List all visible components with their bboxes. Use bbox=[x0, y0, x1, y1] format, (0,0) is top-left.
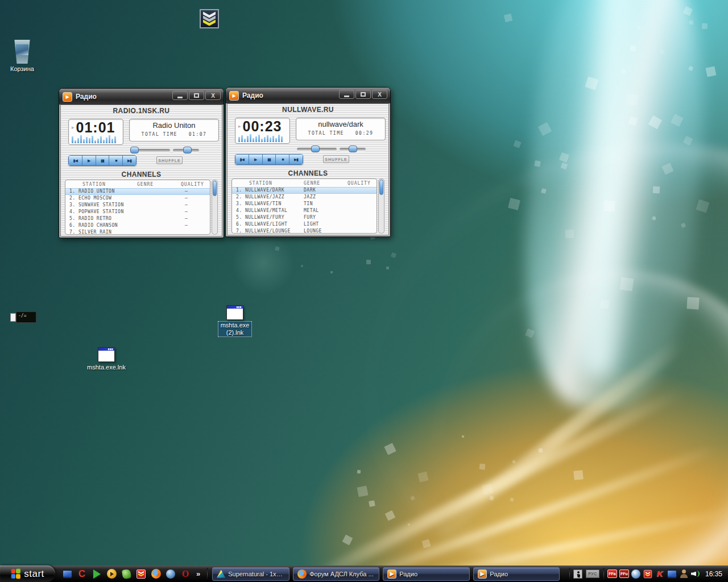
transport-controls: ▮◀ ▶ ▮▮ ■ ▶▮ bbox=[235, 154, 303, 165]
next-button[interactable]: ▶▮ bbox=[289, 155, 303, 164]
messenger-globe-tray-icon[interactable] bbox=[631, 569, 641, 579]
taskbar-button-radio-1[interactable]: ▶ Радио bbox=[383, 567, 470, 581]
firefox-icon[interactable] bbox=[150, 568, 162, 580]
shuffle-button[interactable]: SHUFFLE bbox=[156, 156, 183, 164]
download-master-glyph bbox=[200, 9, 219, 28]
channel-scrollbar[interactable] bbox=[378, 178, 384, 234]
channel-row[interactable]: 2. NULLWAVE/JAZZJAZZ bbox=[232, 194, 377, 201]
taskbar-clock[interactable]: 16:35 bbox=[705, 570, 728, 578]
shuffle-button[interactable]: SHUFFLE bbox=[323, 155, 349, 163]
scrollbar-thumb[interactable] bbox=[213, 181, 217, 196]
volume-tray-icon[interactable] bbox=[691, 569, 701, 579]
kaspersky-tray-icon[interactable]: K bbox=[655, 569, 665, 579]
channel-row[interactable]: 6. NULLWAVE/LIGHTLIGHT bbox=[232, 221, 377, 228]
firefox-icon bbox=[297, 569, 307, 579]
time-display: ▸ 01:01 bbox=[68, 119, 123, 145]
channel-row[interactable]: 5. RADIO RETRO– bbox=[65, 215, 210, 222]
close-icon: X bbox=[378, 92, 382, 98]
system-tray: РУС FFa FFu K bbox=[571, 568, 705, 580]
media-play-icon[interactable] bbox=[90, 568, 103, 580]
volume-slider[interactable] bbox=[173, 149, 199, 152]
titlebar[interactable]: ▶ Радио X bbox=[226, 88, 390, 103]
stop-button[interactable]: ■ bbox=[109, 156, 122, 165]
window-body: NULLWAVE.RU ▸ 00:23 nullwave/dark TOTAL … bbox=[227, 103, 389, 235]
minimize-icon bbox=[177, 97, 183, 98]
start-label: start bbox=[24, 568, 44, 580]
show-desktop-icon[interactable] bbox=[61, 568, 73, 580]
app-c-icon[interactable]: C bbox=[76, 568, 88, 580]
download-master-icon[interactable] bbox=[135, 568, 147, 580]
play-button[interactable]: ▶ bbox=[249, 155, 262, 164]
mshta2-shortcut-icon[interactable]: mshta.exe (2).lnk bbox=[218, 305, 251, 336]
window-body: RADIO.1NSK.RU ▸ 01:01 Radio Uniton TOTAL… bbox=[60, 105, 222, 236]
opera-icon[interactable]: O bbox=[179, 568, 192, 580]
recycle-bin-label: Корзина bbox=[9, 65, 35, 73]
channel-scrollbar[interactable] bbox=[212, 180, 218, 235]
progress-thumb[interactable] bbox=[130, 147, 139, 153]
previous-button[interactable]: ▮◀ bbox=[69, 156, 82, 165]
display-tray-icon[interactable] bbox=[667, 569, 677, 579]
counter-strike-tray-icon[interactable] bbox=[573, 569, 583, 579]
close-button[interactable]: X bbox=[205, 91, 221, 100]
track-name: nullwave/dark bbox=[296, 120, 385, 128]
play-button[interactable]: ▶ bbox=[82, 156, 96, 165]
maximize-button[interactable] bbox=[189, 91, 204, 100]
minimize-button[interactable] bbox=[172, 91, 188, 100]
next-button[interactable]: ▶▮ bbox=[122, 156, 136, 165]
channel-row[interactable]: 3. SUNWAVE STATION– bbox=[65, 202, 210, 209]
user-tray-icon[interactable] bbox=[679, 569, 689, 579]
green-app-icon[interactable] bbox=[120, 568, 133, 580]
elapsed-time: 00:23 bbox=[243, 119, 282, 133]
console-window[interactable]: -/= bbox=[10, 311, 36, 323]
volume-slider[interactable] bbox=[340, 148, 366, 151]
channel-row[interactable]: 2. ECHO MOSCOW– bbox=[65, 195, 210, 202]
globe-icon[interactable] bbox=[164, 568, 177, 580]
channel-row[interactable]: 3. NULLWAVE/TINTIN bbox=[232, 201, 377, 207]
progress-slider[interactable] bbox=[297, 148, 337, 151]
channel-list: STATION GENRE QUALITY 1. RADIO UNITON– 2… bbox=[65, 180, 210, 235]
recycle-bin-glyph bbox=[13, 40, 32, 64]
channel-row[interactable]: 5. NULLWAVE/FURYFURY bbox=[232, 214, 377, 221]
progress-slider[interactable] bbox=[130, 149, 170, 152]
mshta1-shortcut-icon[interactable]: mshta.exe.lnk bbox=[84, 347, 129, 371]
recycle-bin-icon[interactable]: Корзина bbox=[5, 40, 40, 73]
previous-button[interactable]: ▮◀ bbox=[235, 155, 249, 164]
gold-app-icon[interactable] bbox=[105, 568, 118, 580]
volume-thumb[interactable] bbox=[349, 146, 357, 152]
progress-thumb[interactable] bbox=[311, 146, 320, 152]
start-button[interactable]: start bbox=[0, 566, 55, 582]
taskbar-button-supernatural[interactable]: Supernatural - 1x18 -... bbox=[212, 567, 289, 581]
language-indicator[interactable]: РУС bbox=[585, 569, 600, 579]
mshta1-label: mshta.exe.lnk bbox=[86, 364, 127, 371]
player-section: ▸ 01:01 Radio Uniton TOTAL TIME 01:07 bbox=[61, 115, 222, 169]
pause-button[interactable]: ▮▮ bbox=[262, 155, 276, 164]
download-master-tray-icon[interactable] bbox=[643, 569, 653, 579]
scrollbar-thumb[interactable] bbox=[379, 180, 383, 195]
stop-button[interactable]: ■ bbox=[275, 155, 289, 164]
maximize-button[interactable] bbox=[355, 90, 371, 99]
channel-row[interactable]: 7. NULLWAVE/LOUNGELOUNGE bbox=[232, 228, 377, 234]
ffa-tray-icon[interactable]: FFa bbox=[607, 569, 617, 579]
channel-row[interactable]: 7. SILVER RAIN bbox=[65, 229, 210, 235]
download-master-desktop-icon[interactable] bbox=[198, 9, 221, 28]
pause-button[interactable]: ▮▮ bbox=[96, 156, 109, 165]
spectrum-bars bbox=[238, 134, 287, 142]
channel-row[interactable]: 4. POPWAVE STATION– bbox=[65, 209, 210, 215]
window-glyph bbox=[226, 305, 243, 320]
volume-thumb[interactable] bbox=[183, 147, 192, 153]
quick-launch-overflow-chevron[interactable]: » bbox=[194, 569, 202, 578]
mshta2-label: mshta.exe (2).lnk bbox=[218, 322, 251, 336]
channel-row[interactable]: 1. RADIO UNITON– bbox=[65, 188, 210, 195]
taskbar-button-forum[interactable]: Форум АДСЛ Клуба ... bbox=[293, 567, 379, 581]
ffu-tray-icon[interactable]: FFu bbox=[619, 569, 629, 579]
light-streak bbox=[561, 0, 656, 377]
channel-row[interactable]: 1. NULLWAVE/DARKDARK bbox=[232, 187, 377, 194]
channel-row[interactable]: 6. RADIO CHANSON– bbox=[65, 222, 210, 229]
player-section: ▸ 00:23 nullwave/dark TOTAL TIME 00:29 bbox=[228, 114, 388, 168]
channel-list-header: STATION GENRE QUALITY bbox=[65, 180, 210, 188]
minimize-button[interactable] bbox=[339, 90, 354, 99]
titlebar[interactable]: ▶ Радио X bbox=[59, 89, 224, 105]
channel-row[interactable]: 4. NULLWAVE/METALMETAL bbox=[232, 207, 377, 214]
taskbar-button-radio-2[interactable]: ▶ Радио bbox=[473, 567, 560, 581]
close-button[interactable]: X bbox=[372, 90, 387, 99]
